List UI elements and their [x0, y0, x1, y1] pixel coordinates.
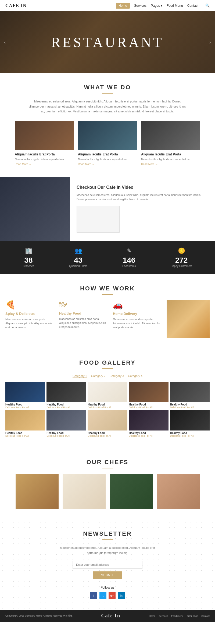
card-title-3: Aliquam Iaculis Erat Porta	[141, 152, 200, 156]
card-3: Aliquam Iaculis Erat Porta Nam ut nulla …	[141, 121, 200, 166]
video-description: Maecenas ac euismod eros. Aliquam a susc…	[77, 193, 208, 202]
footer-link-food-menu[interactable]: Food menu	[171, 615, 184, 617]
googleplus-icon[interactable]: g+	[109, 592, 116, 599]
gallery-label-7: Healthy Food	[46, 432, 86, 435]
how-we-work-section: HOW WE WORK 🍕 Spicy & Delicious Maecenas…	[0, 274, 215, 348]
delivery-icon: 🚗	[113, 300, 163, 309]
card-link-2[interactable]: Read More →	[78, 163, 95, 166]
nav-food-menu[interactable]: Food Menu	[167, 4, 183, 8]
gallery-img-8	[88, 410, 127, 430]
hero-prev-arrow[interactable]: ‹	[4, 39, 6, 45]
healthy-icon: 🍽	[59, 300, 109, 309]
gallery-sublabel-4: Delicious Food For All	[129, 406, 169, 409]
footer-link-contact[interactable]: Contact	[201, 615, 210, 617]
filter-cat2[interactable]: Category 2	[91, 374, 106, 378]
gallery-item-10[interactable]: Healthy Food Delicious Food For All	[170, 410, 210, 437]
gallery-item-8[interactable]: Healthy Food Delicious Food For All	[88, 410, 127, 437]
nav-logo[interactable]: CAFE IN	[5, 3, 27, 8]
chef-image-1	[16, 474, 59, 509]
how-text-3: Maecenas ac euismod eros porta. Aliquam …	[113, 317, 163, 329]
food-gallery-section: FOOD GALLERY Category 1 Category 2 Categ…	[0, 348, 215, 448]
gallery-item-6[interactable]: Healthy Food Delicious Food For All	[5, 410, 45, 437]
stat-branches: 🏢 38 Branches	[23, 247, 34, 268]
hero-section: ‹ RESTAURANT ›	[0, 11, 215, 73]
video-section: Checkout Our Cafe In Video Maecenas ac e…	[0, 177, 215, 241]
search-icon[interactable]: 🔍	[205, 3, 210, 8]
nav-home[interactable]: Home	[116, 3, 130, 9]
nav-contact[interactable]: Contact	[187, 4, 198, 8]
chef-card-2[interactable]	[63, 474, 106, 509]
gallery-item-9[interactable]: Healthy Food Delicious Food For All	[129, 410, 169, 437]
chef-card-3[interactable]	[110, 474, 153, 509]
newsletter-section: NEWSLETTER Maecenas ac euismod eros. Ali…	[0, 520, 215, 610]
chefs-label: Qualified Chefs	[69, 265, 87, 268]
gallery-item-2[interactable]: Healthy Food Delicious Food For All	[46, 382, 86, 409]
branches-number: 38	[23, 256, 34, 265]
gallery-item-7[interactable]: Healthy Food Delicious Food For All	[46, 410, 86, 437]
follow-title: Follow us	[5, 586, 210, 589]
gallery-img-2	[46, 382, 86, 402]
gallery-item-1[interactable]: Healthy Food Delicious Food For All	[5, 382, 45, 409]
chef-card-1[interactable]	[16, 474, 59, 509]
card-image-2	[78, 121, 137, 150]
what-we-do-description: Maecenas ac euismod eros. Aliquam a susc…	[27, 99, 188, 114]
gallery-label-3: Healthy Food	[88, 403, 127, 406]
gallery-img-10	[170, 410, 210, 430]
card-title-2: Aliquam Iaculis Erat Porta	[78, 152, 137, 156]
gallery-underline	[102, 368, 113, 369]
filter-cat4[interactable]: Category 4	[128, 374, 142, 378]
spicy-icon: 🍕	[5, 300, 55, 309]
how-underline	[102, 294, 113, 295]
card-link-3[interactable]: Read More →	[141, 163, 158, 166]
footer-copyright: Copyright © 2018 Company Name All rights…	[5, 614, 73, 618]
footer-link-home[interactable]: Home	[149, 615, 155, 617]
card-link-1[interactable]: Read More →	[15, 163, 31, 166]
gallery-item-5[interactable]: Healthy Food Delicious Food For All	[170, 382, 210, 409]
branches-icon: 🏢	[23, 247, 34, 254]
stat-customers: 😊 272 Happy Customers	[171, 247, 192, 268]
stat-chefs: 👥 43 Qualified Chefs	[69, 247, 87, 268]
newsletter-description: Maecenas ac euismod eros. Aliquam a susc…	[56, 545, 159, 555]
filter-cat1[interactable]: Category 1	[73, 374, 87, 378]
nav-services[interactable]: Services	[134, 4, 146, 8]
navbar: CAFE IN Home Services Pages ▾ Food Menu …	[0, 0, 215, 11]
gallery-sublabel-10: Delicious Food For All	[170, 435, 210, 437]
stats-bar: 🏢 38 Branches 👥 43 Qualified Chefs ✎ 146…	[0, 241, 215, 274]
gallery-filters: Category 1 Category 2 Category 3 Categor…	[5, 374, 210, 378]
customers-icon: 😊	[171, 247, 192, 254]
section-underline	[102, 93, 113, 94]
filter-cat3[interactable]: Category 3	[110, 374, 124, 378]
video-right-content: Checkout Our Cafe In Video Maecenas ac e…	[70, 177, 215, 241]
gallery-sublabel-9: Delicious Food For All	[129, 435, 169, 437]
card-text-2: Nam ut nulla a ligula dictum imperdiet n…	[78, 157, 137, 161]
gallery-sublabel-2: Delicious Food For All	[46, 406, 86, 409]
our-chefs-title: OUR CHEFS	[5, 459, 210, 466]
how-text-1: Maecenas ac euismod eros porta. Aliquam …	[5, 317, 55, 329]
gallery-label-1: Healthy Food	[5, 403, 45, 406]
chefs-number: 43	[69, 256, 87, 265]
gallery-label-8: Healthy Food	[88, 432, 127, 435]
twitter-icon[interactable]: t	[99, 592, 106, 599]
gallery-label-2: Healthy Food	[46, 403, 86, 406]
gallery-item-4[interactable]: Healthy Food Delicious Food For All	[129, 382, 169, 409]
footer-link-error[interactable]: Error page	[187, 615, 198, 617]
footer-link-services[interactable]: Services	[159, 615, 168, 617]
chef-image-4	[157, 474, 200, 509]
video-player[interactable]	[77, 206, 120, 233]
chef-card-4[interactable]	[157, 474, 200, 509]
how-decorative-image	[167, 300, 210, 338]
gallery-item-3[interactable]: Healthy Food Delicious Food For All	[88, 382, 127, 409]
gallery-img-5	[170, 382, 210, 402]
how-item-3: 🚗 Home Delivery Maecenas ac euismod eros…	[113, 300, 163, 329]
chefs-grid	[5, 474, 210, 509]
linkedin-icon[interactable]: in	[118, 592, 125, 599]
nav-pages[interactable]: Pages ▾	[151, 4, 162, 8]
facebook-icon[interactable]: f	[90, 592, 97, 599]
card-text-1: Nam ut nulla a ligula dictum imperdiet n…	[15, 157, 74, 161]
newsletter-submit-button[interactable]: SUBMIT	[93, 571, 122, 579]
newsletter-email-input[interactable]	[73, 561, 142, 569]
gallery-img-6	[5, 410, 45, 430]
hero-next-arrow[interactable]: ›	[209, 39, 211, 45]
how-we-work-title: HOW WE WORK	[5, 285, 210, 292]
how-items-row: 🍕 Spicy & Delicious Maecenas ac euismod …	[5, 300, 210, 338]
